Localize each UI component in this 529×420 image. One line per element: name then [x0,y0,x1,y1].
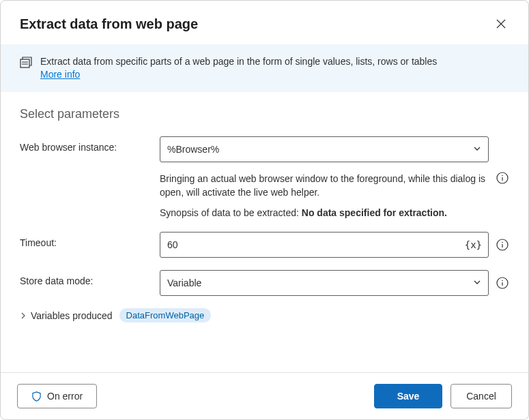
label-browser: Web browser instance: [20,136,160,153]
dialog-footer: On error Save Cancel [1,372,528,419]
chevron-down-icon [473,278,481,288]
info-icon-timeout[interactable] [496,238,509,252]
section-title: Select parameters [20,107,509,121]
dialog-body: Select parameters Web browser instance: … [1,92,528,372]
svg-point-4 [502,242,503,243]
save-button[interactable]: Save [374,384,442,408]
variable-chip[interactable]: DataFromWebPage [119,308,212,322]
svg-point-2 [502,175,503,177]
info-icon-browser[interactable] [496,171,509,185]
browser-select[interactable]: %Browser% [160,136,489,162]
variables-produced-row: Variables produced DataFromWebPage [20,308,509,322]
row-timeout: Timeout: {x} [20,232,509,258]
dialog-title: Extract data from web page [20,16,198,32]
save-label: Save [397,391,420,402]
svg-rect-0 [20,59,29,68]
dialog-header: Extract data from web page [1,1,528,44]
variables-produced-toggle[interactable]: Variables produced [20,310,113,321]
variables-produced-label: Variables produced [31,310,113,321]
label-store-mode: Store data mode: [20,270,160,286]
dialog: Extract data from web page Extract data … [0,0,529,420]
footer-right: Save Cancel [374,384,512,408]
browser-help-2: Synopsis of data to be extracted: No dat… [160,206,489,220]
more-info-link[interactable]: More info [40,69,80,80]
cancel-button[interactable]: Cancel [451,384,512,408]
cancel-label: Cancel [466,391,496,402]
info-content: Extract data from specific parts of a we… [40,55,437,80]
svg-point-6 [502,280,503,282]
row-browser: Web browser instance: %Browser% Bringing… [20,136,509,220]
info-icon-store-mode[interactable] [496,276,509,290]
on-error-label: On error [47,391,83,402]
variable-picker-icon[interactable]: {x} [465,239,482,250]
shield-icon [31,391,42,402]
chevron-down-icon [473,144,481,155]
info-text: Extract data from specific parts of a we… [40,56,437,67]
timeout-input[interactable] [160,232,489,258]
on-error-button[interactable]: On error [17,384,97,408]
label-timeout: Timeout: [20,232,160,248]
close-icon [496,19,506,29]
extract-icon [20,55,32,71]
close-button[interactable] [490,13,512,35]
chevron-right-icon [20,310,27,321]
store-mode-value: Variable [167,278,201,288]
row-store-mode: Store data mode: Variable [20,270,509,296]
browser-select-value: %Browser% [167,144,219,155]
store-mode-select[interactable]: Variable [160,270,489,296]
browser-help-1: Bringing an actual web browser window to… [160,172,489,200]
info-banner: Extract data from specific parts of a we… [1,44,528,92]
